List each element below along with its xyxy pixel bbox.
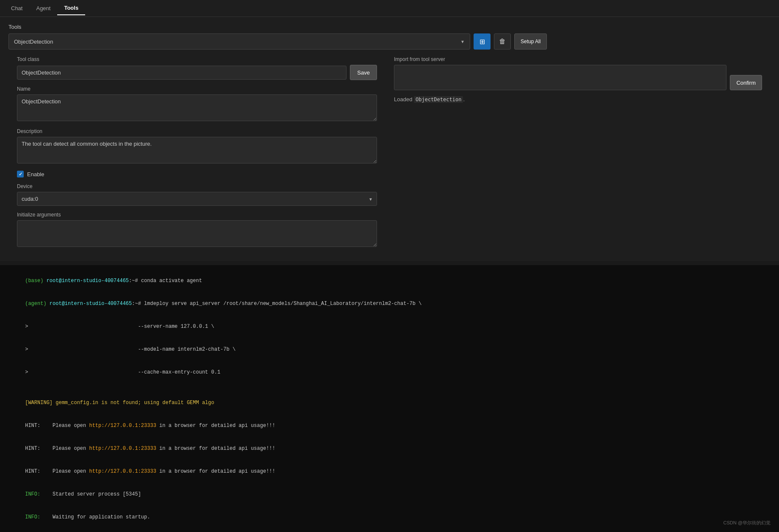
terminal-line-4: > --model-name internlm2-chat-7b \ bbox=[7, 338, 772, 361]
loaded-prefix: Loaded bbox=[394, 96, 414, 103]
loaded-suffix: . bbox=[463, 96, 465, 103]
term-hint-label-3: HINT: Please open bbox=[25, 468, 89, 474]
term-hint-after-3: in a browser for detailed api usage!!! bbox=[156, 468, 275, 474]
term-hint-after-2: in a browser for detailed api usage!!! bbox=[156, 446, 275, 452]
device-select[interactable]: cuda:0 cpu bbox=[17, 192, 377, 206]
device-section: Device cuda:0 cpu bbox=[17, 183, 377, 206]
tool-trash-button[interactable]: 🗑 bbox=[494, 33, 511, 50]
init-args-label: Initialize arguments bbox=[17, 212, 377, 218]
term-link-2: http://127.0.0.1:23333 bbox=[89, 446, 156, 452]
tool-class-label: Tool class bbox=[17, 56, 377, 62]
description-section: Description bbox=[17, 128, 377, 165]
setup-all-label: Setup All bbox=[521, 39, 541, 44]
save-button[interactable]: Save bbox=[350, 65, 377, 80]
tool-class-row: Save bbox=[17, 65, 377, 80]
init-args-section: Initialize arguments bbox=[17, 212, 377, 248]
term-env-base: (base) bbox=[25, 278, 46, 284]
terminal-line-hint1: HINT: Please open http://127.0.0.1:23333… bbox=[7, 414, 772, 437]
term-info-text-2: Waiting for application startup. bbox=[40, 514, 150, 520]
tool-class-input[interactable] bbox=[17, 66, 347, 80]
term-hint-label-1: HINT: Please open bbox=[25, 423, 89, 429]
description-label: Description bbox=[17, 128, 377, 134]
trash-icon: 🗑 bbox=[499, 38, 506, 45]
import-section: Import from tool server Confirm bbox=[394, 56, 762, 90]
term-link-1: http://127.0.0.1:23333 bbox=[89, 423, 156, 429]
loaded-code: ObjectDetection bbox=[414, 96, 463, 103]
terminal-line-info1: INFO: Started server process [5345] bbox=[7, 483, 772, 506]
enable-label: Enable bbox=[27, 171, 44, 177]
name-label: Name bbox=[17, 86, 377, 92]
term-cmd-2: :~# lmdeploy serve api_server /root/shar… bbox=[132, 301, 421, 307]
tab-agent[interactable]: Agent bbox=[29, 2, 57, 15]
csdn-watermark: CSDN @华尔街的幻觉 bbox=[724, 520, 771, 526]
terminal-line-info2: INFO: Waiting for application startup. bbox=[7, 506, 772, 529]
term-continuation-1: > --server-name 127.0.0.1 \ bbox=[25, 324, 214, 330]
tools-selector-row: ObjectDetection ▼ ⊞ 🗑 Setup All bbox=[8, 33, 771, 50]
term-info-label-1: INFO: bbox=[25, 491, 40, 497]
terminal-line-info3: INFO: Application startup complete. bbox=[7, 529, 772, 532]
loaded-text: Loaded ObjectDetection. bbox=[394, 96, 762, 103]
enable-row: Enable bbox=[17, 171, 377, 177]
chevron-down-icon: ▼ bbox=[460, 39, 465, 44]
left-column: Tool class Save Name Description bbox=[17, 56, 385, 254]
tab-chat[interactable]: Chat bbox=[4, 2, 29, 15]
term-continuation-3: > --cache-max-entry-count 0.1 bbox=[25, 369, 220, 375]
term-host-1: root@intern-studio-40074465 bbox=[47, 278, 129, 284]
nav-tabs: Chat Agent Tools bbox=[0, 0, 779, 17]
terminal-line-hint3: HINT: Please open http://127.0.0.1:23333… bbox=[7, 460, 772, 483]
device-label: Device bbox=[17, 183, 377, 189]
terminal-line-1: (base) root@intern-studio-40074465:~# co… bbox=[7, 269, 772, 292]
content-columns: Tool class Save Name Description bbox=[8, 56, 771, 254]
terminal-line-hint2: HINT: Please open http://127.0.0.1:23333… bbox=[7, 437, 772, 460]
term-hint-label-2: HINT: Please open bbox=[25, 446, 89, 452]
description-input[interactable] bbox=[17, 137, 377, 163]
tab-tools[interactable]: Tools bbox=[57, 1, 85, 15]
term-hint-after-1: in a browser for detailed api usage!!! bbox=[156, 423, 275, 429]
init-args-input[interactable] bbox=[17, 220, 377, 247]
terminal-line-blank bbox=[7, 384, 772, 391]
terminal-line-3: > --server-name 127.0.0.1 \ bbox=[7, 315, 772, 338]
import-label: Import from tool server bbox=[394, 56, 762, 62]
import-row: Confirm bbox=[394, 65, 762, 90]
top-panel: Tools ObjectDetection ▼ ⊞ 🗑 Setup All bbox=[0, 17, 779, 261]
device-select-wrapper: cuda:0 cpu bbox=[17, 192, 377, 206]
term-continuation-2: > --model-name internlm2-chat-7b \ bbox=[25, 346, 236, 352]
terminal-line-2: (agent) root@intern-studio-40074465:~# l… bbox=[7, 292, 772, 315]
terminal-area[interactable]: (base) root@intern-studio-40074465:~# co… bbox=[0, 265, 779, 532]
name-section: Name bbox=[17, 86, 377, 122]
term-env-agent: (agent) bbox=[25, 301, 50, 307]
term-info-text-1: Started server process [5345] bbox=[40, 491, 141, 497]
name-input[interactable] bbox=[17, 94, 377, 121]
setup-all-button[interactable]: Setup All bbox=[514, 33, 547, 50]
enable-checkbox[interactable] bbox=[17, 171, 24, 177]
term-warning-text: [WARNING] gemm_config.in is not found; u… bbox=[25, 400, 214, 406]
tool-dropdown-value: ObjectDetection bbox=[14, 39, 53, 45]
main-area: Tools ObjectDetection ▼ ⊞ 🗑 Setup All bbox=[0, 17, 779, 532]
tool-dropdown[interactable]: ObjectDetection ▼ bbox=[8, 33, 470, 50]
import-input[interactable] bbox=[394, 65, 726, 90]
terminal-line-warning: [WARNING] gemm_config.in is not found; u… bbox=[7, 391, 772, 414]
database-icon: ⊞ bbox=[480, 38, 485, 46]
term-link-3: http://127.0.0.1:23333 bbox=[89, 468, 156, 474]
confirm-button[interactable]: Confirm bbox=[730, 75, 762, 90]
term-host-2: root@intern-studio-40074465 bbox=[50, 301, 132, 307]
tool-icon-blue-button[interactable]: ⊞ bbox=[474, 33, 491, 50]
term-cmd-1: :~# conda activate agent bbox=[129, 278, 202, 284]
terminal-line-5: > --cache-max-entry-count 0.1 bbox=[7, 361, 772, 384]
tool-class-section: Tool class Save bbox=[17, 56, 377, 80]
term-info-label-2: INFO: bbox=[25, 514, 40, 520]
right-column: Import from tool server Confirm Loaded O… bbox=[385, 56, 762, 254]
tools-section-label: Tools bbox=[8, 24, 771, 30]
